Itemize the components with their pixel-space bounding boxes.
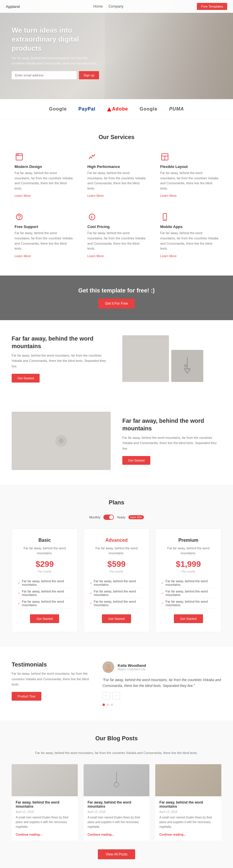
plan-basic-features: Far far away, behind the word mountains.… <box>18 578 72 609</box>
plan-basic-button[interactable]: Get Started <box>30 614 59 623</box>
testimonials-desc: Far far away, behind the word mountains,… <box>12 671 91 687</box>
service-layout-title: Flexible Layout <box>160 164 219 169</box>
svg-point-4 <box>18 154 19 155</box>
feature2-desc: Far far away, behind the word mountains,… <box>122 435 221 451</box>
plan-premium-period: Per month <box>161 570 215 573</box>
hero-description: Far far away, behind the word mountains,… <box>12 56 99 66</box>
dot-2[interactable] <box>107 704 109 706</box>
cta-banner-1: Get this template for free! :) Get It Fo… <box>0 276 233 320</box>
service-mobile: Mobile Apps Far far away, behind the wor… <box>157 209 221 261</box>
blog-card-2-read-more[interactable]: Continue reading... <box>88 833 114 836</box>
plans-toggle-monthly: Monthly <box>89 516 100 519</box>
svg-point-3 <box>17 154 18 155</box>
pricing-icon: $ <box>88 212 97 222</box>
service-layout-link[interactable]: Learn More <box>160 194 176 197</box>
brands-bar: Google PayPal Adobe Google PUMA <box>0 99 233 119</box>
brand-paypal: PayPal <box>78 106 95 112</box>
service-support: Free Support Far far away, behind the wo… <box>12 209 76 261</box>
cta-banner-title: Get this template for free! :) <box>12 287 221 294</box>
blog-card-3-excerpt: A small river named Duden flows by their… <box>159 815 217 829</box>
reviewer-info: Keila Woodland Mayor, Colorland City <box>102 661 221 673</box>
service-layout-desc: Far far away, behind the word mountains,… <box>160 170 219 191</box>
plan-advanced-button[interactable]: Get Started <box>102 614 131 623</box>
feature1-image-secondary <box>171 350 203 382</box>
testimonial-prev-button[interactable]: ← <box>102 692 110 700</box>
testimonial-left: Testimonials Far far away, behind the wo… <box>12 661 91 706</box>
service-pricing: $ Cool Pricing Far far away, behind the … <box>85 209 148 261</box>
feature-section-1: Far far away, behind the word mountains … <box>0 320 233 397</box>
feature2-text: Far far away, behind the word mountains … <box>122 417 221 465</box>
svg-point-19 <box>106 664 110 668</box>
service-design-link[interactable]: Learn More <box>14 194 31 197</box>
plans-toggle-switch[interactable] <box>103 515 114 520</box>
performance-icon <box>88 152 97 161</box>
service-pricing-desc: Far far away, behind the word mountains,… <box>88 230 145 251</box>
service-performance: High Performance Far far away, behind th… <box>85 149 148 200</box>
plan-premium-name: Premium <box>161 538 215 543</box>
testimonial-dots <box>102 704 221 706</box>
reviewer-details: Keila Woodland Mayor, Colorland City <box>118 663 146 671</box>
feature2-title: Far far away, behind the word mountains <box>122 417 221 432</box>
blog-card-2-content: Far away, behind the word mountains Apri… <box>84 796 150 841</box>
view-all-posts-button[interactable]: View All Posts <box>98 849 135 859</box>
blog-card-1-read-more[interactable]: Continue reading... <box>16 833 42 836</box>
nav-home[interactable]: Home <box>93 4 102 8</box>
plan-premium-feature-3: Far far away, behind the word mountains. <box>161 598 215 609</box>
brand-google-2: Google <box>140 106 158 112</box>
blog-section: Our Blog Posts Far far away, behind the … <box>0 720 233 868</box>
plans-toggle-yearly: Yearly <box>117 516 126 519</box>
brand-puma: PUMA <box>169 106 184 112</box>
nav-cta-button[interactable]: Free Templates <box>197 3 227 10</box>
design-icon <box>14 152 24 161</box>
service-support-link[interactable]: Learn More <box>14 254 31 258</box>
testimonials-button[interactable]: Product Tour <box>12 692 41 701</box>
plan-advanced-feature-3: Far far away, behind the word mountains. <box>90 598 143 609</box>
plan-premium-price: $1,999 <box>161 560 215 569</box>
blog-card-3-read-more[interactable]: Continue reading... <box>159 833 186 836</box>
plan-basic-desc: Far far away, behind the word mountains. <box>18 546 72 556</box>
nav-company[interactable]: Company <box>108 4 123 8</box>
testimonial-next-button[interactable]: → <box>112 692 120 700</box>
plans-grid: Basic Far far away, behind the word moun… <box>12 529 221 632</box>
testimonial-quote: "Far far away, behind the word mountains… <box>102 677 221 689</box>
plan-premium-feature-1: Far far away, behind the word mountains. <box>161 578 215 588</box>
feature1-button[interactable]: Get Started <box>12 374 40 382</box>
plans-save-badge: Save 30% <box>128 515 144 519</box>
service-mobile-link[interactable]: Learn More <box>160 254 176 258</box>
service-pricing-link[interactable]: Learn More <box>88 254 104 258</box>
plan-premium-button[interactable]: Get Started <box>174 614 203 623</box>
service-support-title: Free Support <box>14 224 73 229</box>
dot-3[interactable] <box>111 704 113 706</box>
nav-links: Home Company <box>93 4 123 8</box>
svg-marker-0 <box>107 107 111 112</box>
layout-icon <box>160 152 169 161</box>
plan-premium: Premium Far far away, behind the word mo… <box>155 529 221 632</box>
plan-advanced-name: Advanced <box>90 538 143 543</box>
feature2-button[interactable]: Get Started <box>122 456 150 465</box>
blog-card-1: Far away, behind the word mountains Apri… <box>12 764 78 841</box>
plan-basic-feature-2: Far far away, behind the word mountains. <box>18 588 72 598</box>
blog-grid: Far away, behind the word mountains Apri… <box>12 764 221 841</box>
service-performance-link[interactable]: Learn More <box>88 194 104 197</box>
plan-advanced: Advanced Far far away, behind the word m… <box>84 529 150 632</box>
plan-advanced-period: Per month <box>90 570 143 573</box>
feature1-image-main <box>122 335 169 382</box>
blog-card-1-content: Far away, behind the word mountains Apri… <box>12 796 78 841</box>
svg-point-20 <box>105 668 112 672</box>
cta-banner-button[interactable]: Get It For Free <box>98 299 135 308</box>
hero-background <box>105 0 233 99</box>
plan-premium-feature-2: Far far away, behind the word mountains. <box>161 588 215 598</box>
testimonials-title: Testimonials <box>12 661 91 668</box>
hero-email-input[interactable] <box>12 71 76 79</box>
services-grid: Modern Design Far far away, behind the w… <box>12 149 221 261</box>
plan-basic-period: Per month <box>18 570 72 573</box>
service-support-desc: Far far away, behind the word mountains,… <box>14 230 73 251</box>
hero-signup-button[interactable]: Sign up <box>79 71 99 79</box>
service-performance-desc: Far far away, behind the word mountains,… <box>88 170 145 191</box>
nav-logo: Appland <box>6 4 20 9</box>
feature2-image <box>12 412 111 470</box>
dot-1[interactable] <box>102 704 105 706</box>
reviewer-avatar <box>102 661 114 673</box>
plan-advanced-features: Far far away, behind the word mountains.… <box>90 578 143 609</box>
service-mobile-desc: Far far away, behind the word mountains,… <box>160 230 219 251</box>
